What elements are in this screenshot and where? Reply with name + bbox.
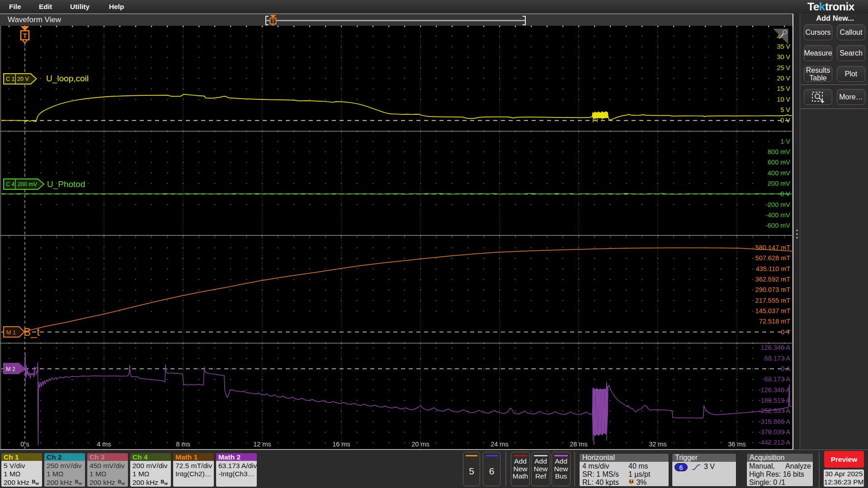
svg-text:-315.866 A: -315.866 A: [759, 418, 790, 425]
svg-text:0 A: 0 A: [781, 365, 790, 372]
svg-text:-252.693 A: -252.693 A: [759, 407, 790, 414]
svg-text:20 V: 20 V: [777, 75, 790, 82]
svg-text:126.346 A: 126.346 A: [761, 344, 791, 351]
svg-text:5 V: 5 V: [780, 106, 790, 113]
svg-text:0 V: 0 V: [780, 190, 790, 197]
svg-text:0 T: 0 T: [781, 328, 790, 336]
svg-text:T: T: [272, 19, 274, 24]
svg-text:I_p: I_p: [25, 363, 39, 375]
svg-text:32 ms: 32 ms: [649, 441, 667, 448]
svg-text:8 ms: 8 ms: [176, 441, 190, 448]
svg-text:0 s: 0 s: [20, 441, 29, 448]
svg-text:30 V: 30 V: [777, 53, 790, 61]
svg-text:362.592 mT: 362.592 mT: [755, 276, 791, 283]
svg-text:20 V: 20 V: [17, 76, 29, 82]
svg-text:800 mV: 800 mV: [768, 148, 790, 155]
svg-text:63.173 A: 63.173 A: [764, 355, 791, 362]
svg-text:600 mV: 600 mV: [768, 159, 790, 166]
svg-text:217.555 mT: 217.555 mT: [755, 297, 791, 304]
svg-text:U_Photod: U_Photod: [47, 179, 85, 189]
svg-text:24 ms: 24 ms: [491, 441, 509, 448]
svg-text:C 1: C 1: [6, 76, 15, 82]
svg-text:10 V: 10 V: [777, 96, 790, 103]
svg-text:-442.212 A: -442.212 A: [759, 439, 790, 446]
svg-text:507.628 mT: 507.628 mT: [755, 254, 791, 262]
svg-text:15 V: 15 V: [777, 85, 790, 92]
svg-text:435.110 mT: 435.110 mT: [756, 265, 790, 272]
svg-text:12 ms: 12 ms: [253, 441, 271, 448]
svg-text:B_t: B_t: [24, 326, 40, 338]
svg-text:T: T: [23, 32, 27, 39]
svg-text:T: T: [630, 479, 632, 483]
svg-text:1 V: 1 V: [780, 138, 790, 145]
svg-text:25 V: 25 V: [777, 64, 790, 71]
svg-text:-63.173 A: -63.173 A: [762, 375, 790, 383]
svg-text:20 ms: 20 ms: [411, 441, 429, 448]
svg-text:35 V: 35 V: [777, 43, 790, 50]
svg-text:-400 mV: -400 mV: [765, 211, 790, 219]
svg-text:0 V: 0 V: [780, 117, 790, 124]
svg-text:-379.039 A: -379.039 A: [759, 428, 790, 436]
svg-text:U_loop,coil: U_loop,coil: [46, 74, 89, 84]
svg-text:290.073 mT: 290.073 mT: [755, 286, 791, 293]
svg-text:16 ms: 16 ms: [332, 441, 350, 448]
svg-text:-189.519 A: -189.519 A: [759, 397, 790, 404]
svg-text:-600 mV: -600 mV: [765, 222, 790, 229]
svg-text:-126.346 A: -126.346 A: [759, 386, 790, 394]
svg-text:-200 mV: -200 mV: [765, 201, 790, 208]
svg-text:28 ms: 28 ms: [570, 441, 588, 448]
svg-text:M 1: M 1: [6, 329, 16, 336]
svg-text:4 ms: 4 ms: [97, 441, 111, 448]
svg-text:200 mV: 200 mV: [18, 181, 38, 188]
svg-text:200 mV: 200 mV: [768, 180, 790, 187]
svg-text:580.147 mT: 580.147 mT: [755, 244, 791, 251]
svg-text:72.518 mT: 72.518 mT: [759, 318, 790, 325]
svg-text:M 2: M 2: [6, 366, 15, 372]
svg-text:C 4: C 4: [6, 181, 15, 188]
svg-text:36 ms: 36 ms: [728, 441, 746, 448]
svg-text:145.037 mT: 145.037 mT: [755, 307, 791, 314]
svg-text:400 mV: 400 mV: [768, 169, 790, 177]
